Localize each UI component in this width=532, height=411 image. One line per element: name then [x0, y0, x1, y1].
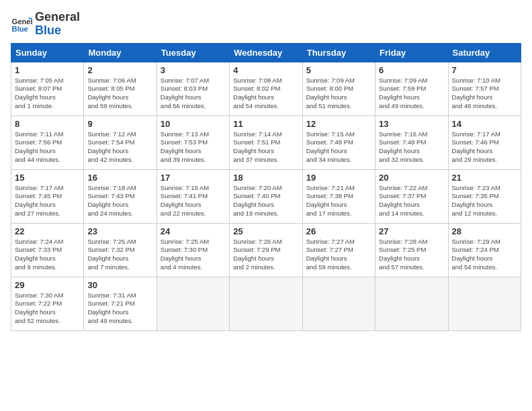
- day-number: 4: [233, 65, 298, 75]
- day-number: 9: [87, 119, 152, 129]
- day-info: Sunrise: 7:16 AM Sunset: 7:48 PM Dayligh…: [379, 130, 444, 165]
- calendar-cell: [375, 277, 448, 330]
- day-info: Sunrise: 7:29 AM Sunset: 7:24 PM Dayligh…: [452, 238, 517, 272]
- day-number: 17: [161, 173, 226, 183]
- calendar-cell: [230, 277, 302, 330]
- logo-icon: General Blue: [11, 13, 32, 35]
- day-info: Sunrise: 7:12 AM Sunset: 7:54 PM Dayligh…: [87, 130, 152, 165]
- calendar-cell: 20 Sunrise: 7:22 AM Sunset: 7:37 PM Dayl…: [375, 169, 448, 223]
- calendar-cell: 26 Sunrise: 7:27 AM Sunset: 7:27 PM Dayl…: [302, 223, 375, 277]
- calendar-cell: 7 Sunrise: 7:10 AM Sunset: 7:57 PM Dayli…: [448, 62, 521, 116]
- header-row: Sunday Monday Tuesday Wednesday Thursday…: [11, 43, 521, 62]
- day-info: Sunrise: 7:17 AM Sunset: 7:45 PM Dayligh…: [15, 184, 80, 218]
- day-info: Sunrise: 7:06 AM Sunset: 8:05 PM Dayligh…: [87, 77, 152, 111]
- day-info: Sunrise: 7:07 AM Sunset: 8:03 PM Dayligh…: [161, 77, 226, 111]
- calendar-cell: 14 Sunrise: 7:17 AM Sunset: 7:46 PM Dayl…: [448, 116, 521, 169]
- day-number: 1: [15, 65, 80, 75]
- day-info: Sunrise: 7:27 AM Sunset: 7:27 PM Dayligh…: [306, 238, 371, 272]
- col-wednesday: Wednesday: [230, 43, 302, 62]
- day-info: Sunrise: 7:11 AM Sunset: 7:56 PM Dayligh…: [15, 130, 80, 165]
- day-number: 11: [233, 119, 298, 129]
- day-number: 6: [379, 65, 444, 75]
- day-info: Sunrise: 7:20 AM Sunset: 7:40 PM Dayligh…: [233, 184, 298, 218]
- calendar-cell: 16 Sunrise: 7:18 AM Sunset: 7:43 PM Dayl…: [84, 169, 157, 223]
- day-number: 25: [233, 226, 298, 236]
- calendar-cell: 4 Sunrise: 7:08 AM Sunset: 8:02 PM Dayli…: [230, 62, 302, 116]
- day-info: Sunrise: 7:23 AM Sunset: 7:35 PM Dayligh…: [452, 184, 517, 218]
- day-number: 30: [87, 280, 152, 290]
- calendar-cell: 2 Sunrise: 7:06 AM Sunset: 8:05 PM Dayli…: [84, 62, 157, 116]
- day-info: Sunrise: 7:21 AM Sunset: 7:38 PM Dayligh…: [306, 184, 371, 218]
- day-info: Sunrise: 7:09 AM Sunset: 7:59 PM Dayligh…: [379, 77, 444, 111]
- calendar-cell: 28 Sunrise: 7:29 AM Sunset: 7:24 PM Dayl…: [448, 223, 521, 277]
- calendar-week-1: 1 Sunrise: 7:05 AM Sunset: 8:07 PM Dayli…: [11, 62, 521, 116]
- day-number: 12: [306, 119, 371, 129]
- day-info: Sunrise: 7:09 AM Sunset: 8:00 PM Dayligh…: [306, 77, 371, 111]
- logo-blue: Blue: [35, 24, 80, 38]
- logo-general: General: [35, 11, 80, 24]
- calendar-cell: [157, 277, 229, 330]
- day-info: Sunrise: 7:25 AM Sunset: 7:30 PM Dayligh…: [161, 238, 226, 272]
- day-info: Sunrise: 7:26 AM Sunset: 7:29 PM Dayligh…: [233, 238, 298, 272]
- calendar-cell: 24 Sunrise: 7:25 AM Sunset: 7:30 PM Dayl…: [157, 223, 229, 277]
- svg-text:General: General: [12, 17, 32, 26]
- day-number: 5: [306, 65, 371, 75]
- day-number: 21: [452, 173, 517, 183]
- calendar-week-5: 29 Sunrise: 7:30 AM Sunset: 7:22 PM Dayl…: [11, 277, 521, 330]
- calendar-cell: 8 Sunrise: 7:11 AM Sunset: 7:56 PM Dayli…: [11, 116, 84, 169]
- calendar-cell: 27 Sunrise: 7:28 AM Sunset: 7:25 PM Dayl…: [375, 223, 448, 277]
- day-number: 16: [87, 173, 152, 183]
- day-number: 18: [233, 173, 298, 183]
- day-info: Sunrise: 7:28 AM Sunset: 7:25 PM Dayligh…: [379, 238, 444, 272]
- day-number: 7: [452, 65, 517, 75]
- calendar-cell: [448, 277, 521, 330]
- calendar-table: Sunday Monday Tuesday Wednesday Thursday…: [11, 43, 521, 331]
- day-info: Sunrise: 7:19 AM Sunset: 7:41 PM Dayligh…: [161, 184, 226, 218]
- calendar-cell: 6 Sunrise: 7:09 AM Sunset: 7:59 PM Dayli…: [375, 62, 448, 116]
- calendar-cell: 29 Sunrise: 7:30 AM Sunset: 7:22 PM Dayl…: [11, 277, 84, 330]
- day-info: Sunrise: 7:13 AM Sunset: 7:53 PM Dayligh…: [161, 130, 226, 165]
- calendar-week-3: 15 Sunrise: 7:17 AM Sunset: 7:45 PM Dayl…: [11, 169, 521, 223]
- calendar-cell: 9 Sunrise: 7:12 AM Sunset: 7:54 PM Dayli…: [84, 116, 157, 169]
- day-info: Sunrise: 7:24 AM Sunset: 7:33 PM Dayligh…: [15, 238, 80, 272]
- svg-text:Blue: Blue: [12, 25, 28, 33]
- page-header: General Blue General Blue: [11, 11, 521, 38]
- calendar-cell: 12 Sunrise: 7:15 AM Sunset: 7:49 PM Dayl…: [302, 116, 375, 169]
- col-sunday: Sunday: [11, 43, 84, 62]
- day-info: Sunrise: 7:10 AM Sunset: 7:57 PM Dayligh…: [452, 77, 517, 111]
- calendar-cell: 5 Sunrise: 7:09 AM Sunset: 8:00 PM Dayli…: [302, 62, 375, 116]
- day-number: 13: [379, 119, 444, 129]
- day-info: Sunrise: 7:30 AM Sunset: 7:22 PM Dayligh…: [15, 291, 80, 326]
- day-number: 24: [161, 226, 226, 236]
- day-number: 19: [306, 173, 371, 183]
- calendar-week-4: 22 Sunrise: 7:24 AM Sunset: 7:33 PM Dayl…: [11, 223, 521, 277]
- col-monday: Monday: [84, 43, 157, 62]
- calendar-cell: 13 Sunrise: 7:16 AM Sunset: 7:48 PM Dayl…: [375, 116, 448, 169]
- day-number: 22: [15, 226, 80, 236]
- calendar-cell: 22 Sunrise: 7:24 AM Sunset: 7:33 PM Dayl…: [11, 223, 84, 277]
- col-tuesday: Tuesday: [157, 43, 229, 62]
- calendar-week-2: 8 Sunrise: 7:11 AM Sunset: 7:56 PM Dayli…: [11, 116, 521, 169]
- day-info: Sunrise: 7:17 AM Sunset: 7:46 PM Dayligh…: [452, 130, 517, 165]
- day-number: 8: [15, 119, 80, 129]
- col-thursday: Thursday: [302, 43, 375, 62]
- day-info: Sunrise: 7:22 AM Sunset: 7:37 PM Dayligh…: [379, 184, 444, 218]
- day-number: 20: [379, 173, 444, 183]
- calendar-body: 1 Sunrise: 7:05 AM Sunset: 8:07 PM Dayli…: [11, 62, 521, 330]
- calendar-cell: 3 Sunrise: 7:07 AM Sunset: 8:03 PM Dayli…: [157, 62, 229, 116]
- day-info: Sunrise: 7:25 AM Sunset: 7:32 PM Dayligh…: [87, 238, 152, 272]
- day-number: 14: [452, 119, 517, 129]
- calendar-cell: 17 Sunrise: 7:19 AM Sunset: 7:41 PM Dayl…: [157, 169, 229, 223]
- col-friday: Friday: [375, 43, 448, 62]
- day-number: 29: [15, 280, 80, 290]
- day-info: Sunrise: 7:15 AM Sunset: 7:49 PM Dayligh…: [306, 130, 371, 165]
- calendar-cell: 21 Sunrise: 7:23 AM Sunset: 7:35 PM Dayl…: [448, 169, 521, 223]
- calendar-cell: 11 Sunrise: 7:14 AM Sunset: 7:51 PM Dayl…: [230, 116, 302, 169]
- calendar-cell: 1 Sunrise: 7:05 AM Sunset: 8:07 PM Dayli…: [11, 62, 84, 116]
- calendar-cell: 10 Sunrise: 7:13 AM Sunset: 7:53 PM Dayl…: [157, 116, 229, 169]
- day-number: 23: [87, 226, 152, 236]
- day-info: Sunrise: 7:18 AM Sunset: 7:43 PM Dayligh…: [87, 184, 152, 218]
- calendar-cell: 15 Sunrise: 7:17 AM Sunset: 7:45 PM Dayl…: [11, 169, 84, 223]
- day-number: 3: [161, 65, 226, 75]
- day-number: 15: [15, 173, 80, 183]
